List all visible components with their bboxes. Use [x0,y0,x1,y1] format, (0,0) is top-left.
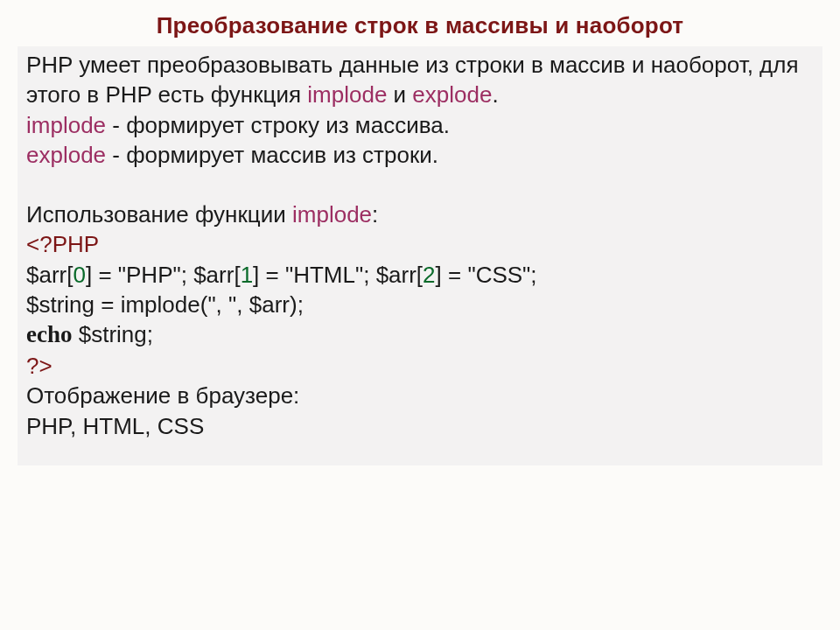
blank-line [26,170,814,200]
usage-heading: Использование функции implode: [26,200,814,229]
keyword-implode: implode [307,81,387,108]
text: ] = "CSS"; [436,262,537,288]
text: Отображение в браузере: [26,382,299,409]
keyword-implode: implode [26,112,106,138]
text: $string; [72,321,153,347]
code-line-2: $string = implode(", ", $arr); [26,290,814,319]
code-open-tag: <?PHP [26,229,814,259]
slide: Преобразование строк в массивы и наоборо… [0,0,840,630]
php-close: ?> [26,353,52,379]
code-line-1: $arr[0] = "PHP"; $arr[1] = "HTML"; $arr[… [26,260,814,290]
index-1: 1 [241,262,253,288]
text: и [387,81,412,108]
output-label: Отображение в браузере: [26,381,814,410]
text: - формирует массив из строки. [106,142,438,168]
text: $string = implode(", ", $arr); [26,291,304,318]
paragraph-intro: PHP умеет преобразовывать данные из стро… [26,50,814,110]
slide-title: Преобразование строк в массивы и наоборо… [18,12,822,39]
code-close-tag: ?> [26,351,814,381]
text: . [492,81,498,108]
keyword-implode: implode [292,201,372,228]
text: PHP, HTML, CSS [26,413,204,439]
text: ] = "PHP"; $arr[ [86,262,241,288]
keyword-explode: explode [26,142,106,168]
php-open: <?PHP [26,231,99,257]
echo-keyword: echo [26,321,72,347]
index-0: 0 [73,262,85,288]
slide-body: PHP умеет преобразовывать данные из стро… [18,46,822,466]
keyword-explode: explode [412,81,492,108]
text: ] = "HTML"; $arr[ [253,262,423,288]
text: $arr[ [26,262,73,288]
text: Использование функции [26,201,292,228]
text: - формирует строку из массива. [106,112,450,138]
output-result: PHP, HTML, CSS [26,411,814,441]
definition-implode: implode - формирует строку из массива. [26,110,814,140]
index-2: 2 [423,262,435,288]
text: : [372,201,378,228]
code-line-echo: echo $string; [26,319,814,351]
definition-explode: explode - формирует массив из строки. [26,140,814,170]
